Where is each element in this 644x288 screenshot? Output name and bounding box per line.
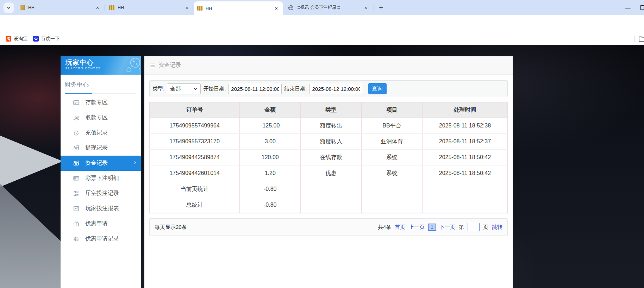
sidebar-item-promo-apply[interactable]: 优惠申请 <box>61 216 141 231</box>
background-triangle-decoration <box>0 136 63 187</box>
table-header-row: 订单号 金额 类型 项目 处理时间 <box>150 102 508 118</box>
tab-close-icon[interactable]: × <box>94 5 101 11</box>
sidebar-item-deposit-zone[interactable]: 存款专区 <box>61 95 141 110</box>
sidebar-item-withdraw-zone[interactable]: 取款专区 <box>61 110 141 125</box>
browser-tab-2[interactable]: HH × <box>106 0 194 15</box>
deposit-icon <box>73 99 80 106</box>
bookmark-label: 百度一下 <box>41 36 60 42</box>
tab-separator <box>374 5 374 11</box>
type-select[interactable]: 全部 <box>167 83 201 94</box>
table-cell: 总统计 <box>150 197 240 213</box>
table-cell: 1754909557499964 <box>150 118 240 134</box>
tab-title: HH <box>206 6 273 11</box>
table-cell: 额度转出 <box>301 118 362 134</box>
page-title: 资金记录 <box>158 62 181 69</box>
sidebar-item-label: 存款专区 <box>85 99 108 106</box>
tab-title: HH <box>118 5 184 10</box>
sidebar-item-promo-apply-record[interactable]: 优惠申请记录 <box>61 231 141 246</box>
table-row-total-summary: 总统计 -0.80 <box>150 197 508 213</box>
sidebar-item-label: 充值记录 <box>85 129 108 137</box>
other-bookmarks-folder-icon[interactable] <box>638 36 644 43</box>
tab-close-icon[interactable]: × <box>363 5 369 11</box>
column-header: 订单号 <box>150 102 240 118</box>
window-maximize-button[interactable] <box>636 0 644 15</box>
table-cell: 额度转入 <box>301 134 362 150</box>
jump-label-post: 页 <box>483 224 488 231</box>
sidebar-menu: 存款专区 取款专区 ¥ 充值记录 提现记录 资金记录 › <box>61 95 141 246</box>
recharge-record-icon: ¥ <box>73 130 80 137</box>
sidebar-item-cashout-record[interactable]: 提现记录 <box>61 140 141 156</box>
column-header: 处理时间 <box>422 102 507 118</box>
baidu-paw-icon <box>33 36 39 42</box>
first-page-link[interactable]: 首页 <box>395 224 405 231</box>
window-minimize-button[interactable]: — <box>620 0 636 15</box>
end-date-input[interactable] <box>310 84 363 94</box>
tab-close-icon[interactable]: × <box>184 5 190 11</box>
table-cell: 系统 <box>362 165 423 181</box>
site-favicon-icon <box>109 5 115 10</box>
tab-separator <box>105 5 105 11</box>
end-date-label: 结束日期: <box>284 86 307 92</box>
browser-tab-4[interactable]: :::视讯 会员下注纪录::: × <box>285 0 373 15</box>
panel-titlebar: ☰ 资金记录 <box>144 56 513 75</box>
sidebar-title: 玩家中心 <box>65 59 141 67</box>
browser-toolbar: mgm1065.com/hhcp/usercenter.html?iniType… <box>0 15 644 33</box>
browser-tab-1[interactable]: HH × <box>16 0 104 15</box>
browser-tab-3-active[interactable]: HH × <box>194 1 283 15</box>
chevron-down-icon <box>7 6 11 10</box>
tab-search-button[interactable] <box>4 2 14 13</box>
jump-button[interactable]: 跳转 <box>492 224 502 231</box>
pagination-bar: 每页显示20条 共4条 首页 上一页 1 下一页 第 页 跳转 <box>149 218 508 236</box>
table-cell: 2025-08-11 18:50:42 <box>422 150 507 165</box>
sidebar-item-label: 彩票下注明细 <box>85 175 119 182</box>
site-favicon-icon <box>197 6 203 11</box>
page-size-text: 每页显示20条 <box>155 224 187 231</box>
table-cell: 2025-08-11 18:52:38 <box>422 118 507 134</box>
sidebar-item-label: 资金记录 <box>85 159 108 167</box>
sidebar-item-funds-record[interactable]: 资金记录 › <box>61 156 141 171</box>
table-row: 1754909442601014 1.20 优惠 系统 2025-08-11 1… <box>150 165 508 181</box>
prev-page-link[interactable]: 上一页 <box>409 224 425 231</box>
sidebar-item-hall-bet-record[interactable]: 厅室投注记录 <box>61 186 141 201</box>
table-cell: 当前页统计 <box>150 181 240 197</box>
current-page-badge: 1 <box>428 224 436 231</box>
table-cell: -125.00 <box>240 118 301 134</box>
player-report-icon <box>73 205 80 212</box>
section-label: 财务中心 <box>65 81 136 89</box>
tab-strip: HH × HH × HH × :::视讯 会员下注纪录::: × + — <box>0 0 644 15</box>
lottery-detail-icon <box>73 175 80 182</box>
bookmark-aitaobao[interactable]: 淘 爱淘宝 <box>4 35 30 43</box>
table-cell: 优惠 <box>301 165 362 181</box>
background-corner-decoration <box>0 184 61 288</box>
svg-text:¥: ¥ <box>75 132 77 135</box>
next-page-link[interactable]: 下一页 <box>439 224 455 231</box>
filter-bar: 类型: 全部 开始日期: 结束日期: 查询 <box>149 80 508 97</box>
sidebar-item-player-bet-report[interactable]: 玩家投注报表 <box>61 201 141 216</box>
table-cell <box>301 197 362 213</box>
chevron-down-icon <box>194 87 198 91</box>
table-cell: 系统 <box>362 150 423 165</box>
sidebar-item-label: 提现记录 <box>85 144 108 152</box>
table-cell: -0.80 <box>240 181 301 197</box>
column-header: 类型 <box>301 102 362 118</box>
promo-apply-icon <box>73 220 80 227</box>
sidebar-item-label: 厅室投注记录 <box>85 190 119 197</box>
table-cell: 120.00 <box>240 150 301 165</box>
tab-close-icon[interactable]: × <box>273 5 280 12</box>
search-button[interactable]: 查询 <box>368 83 387 94</box>
sidebar-item-recharge-record[interactable]: ¥ 充值记录 <box>61 125 141 140</box>
sidebar-item-label: 取款专区 <box>85 114 108 121</box>
new-tab-button[interactable]: + <box>376 3 386 13</box>
browser-window: HH × HH × HH × :::视讯 会员下注纪录::: × + — <box>0 0 644 288</box>
table-cell <box>362 181 423 197</box>
globe-favicon-icon <box>288 5 294 11</box>
sidebar-item-lottery-bet-detail[interactable]: 彩票下注明细 <box>61 171 141 186</box>
sidebar-item-label: 优惠申请记录 <box>85 235 119 243</box>
bookmark-baidu[interactable]: 百度一下 <box>31 35 62 43</box>
gamepad-icon <box>123 57 141 75</box>
withdraw-icon <box>73 114 80 121</box>
jump-page-input[interactable] <box>468 223 480 231</box>
table-row: 1754909557323170 3.00 额度转入 亚洲体育 2025-08-… <box>150 134 508 150</box>
start-date-input[interactable] <box>228 84 282 94</box>
tab-title: HH <box>28 5 94 10</box>
